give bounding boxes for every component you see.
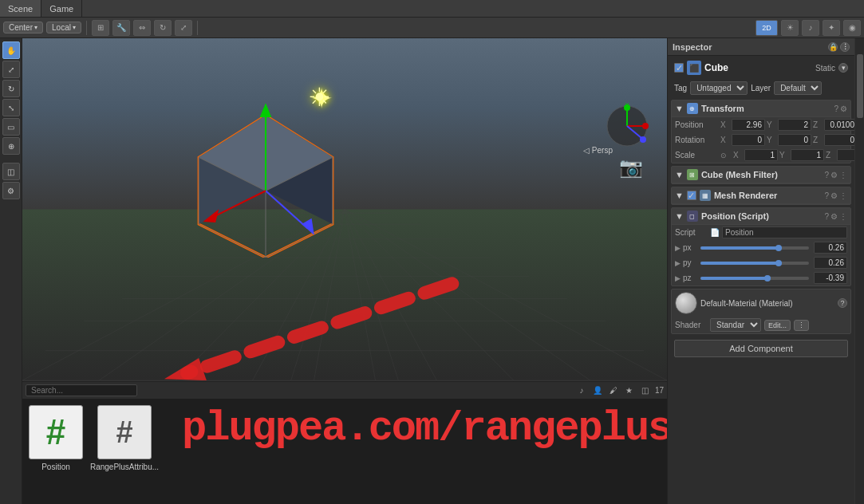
multi-tool[interactable]: ⊕ bbox=[2, 137, 20, 155]
py-value[interactable]: 0.26 bbox=[814, 257, 847, 269]
static-arrow[interactable]: ▾ bbox=[838, 63, 848, 73]
pz-arrow[interactable]: ▶ bbox=[675, 274, 681, 282]
mf-menu[interactable]: ⋮ bbox=[839, 171, 847, 179]
scrollbar-thumb[interactable] bbox=[857, 54, 863, 118]
mesh-filter-section: ▼ ⊞ Cube (Mesh Filter) ? ⚙ ⋮ bbox=[671, 166, 851, 184]
asset-rangeplusattribu[interactable]: # RangePlusAttribu... bbox=[93, 405, 156, 471]
pos-y-input[interactable] bbox=[778, 119, 811, 131]
py-arrow[interactable]: ▶ bbox=[675, 259, 681, 267]
script-value[interactable]: Position bbox=[722, 226, 847, 238]
shader-edit-btn[interactable]: Edit... bbox=[764, 320, 791, 331]
mr-settings[interactable]: ⚙ bbox=[830, 191, 838, 200]
py-slider[interactable] bbox=[700, 262, 809, 265]
scale-row: Scale ⊙ X Y Z bbox=[672, 148, 850, 163]
extra-tool[interactable]: ◫ bbox=[2, 163, 20, 180]
px-thumb bbox=[775, 245, 782, 251]
paint-icon[interactable]: 🖌 bbox=[607, 384, 620, 397]
material-info[interactable]: ? bbox=[838, 298, 847, 308]
shader-select[interactable]: Standar bbox=[710, 318, 761, 332]
transform-settings[interactable]: ⚙ bbox=[840, 104, 847, 113]
scale-xyz: ⊙ X Y Z bbox=[720, 149, 854, 161]
rotate-tool[interactable]: ↻ bbox=[2, 80, 20, 97]
scale-x-input[interactable] bbox=[744, 149, 778, 161]
ps-menu[interactable]: ⋮ bbox=[839, 212, 847, 221]
pos-script-header[interactable]: ▼ ◻ Position (Script) ? ⚙ ⋮ bbox=[672, 208, 850, 225]
rot-y-axis: Y bbox=[767, 136, 776, 144]
mf-settings[interactable]: ⚙ bbox=[830, 171, 838, 179]
snap-icon-btn[interactable]: 🔧 bbox=[112, 20, 130, 36]
mesh-filter-tools: ? ⚙ ⋮ bbox=[824, 171, 847, 179]
pos-z-input[interactable] bbox=[824, 119, 854, 131]
light-btn[interactable]: ☀ bbox=[781, 20, 799, 36]
grid-icon-btn[interactable]: ⊞ bbox=[92, 20, 109, 36]
mf-info[interactable]: ? bbox=[824, 171, 829, 179]
local-btn[interactable]: Local ▾ bbox=[46, 22, 81, 33]
rotation-xyz: X Y Z bbox=[720, 134, 854, 146]
rect-tool[interactable]: ▭ bbox=[2, 118, 20, 136]
layers-icon[interactable]: ◫ bbox=[639, 384, 652, 397]
object-enabled[interactable]: ✓ bbox=[674, 63, 684, 73]
audio-bottom-icon[interactable]: ♪ bbox=[575, 384, 588, 397]
rot-z-input[interactable] bbox=[824, 134, 854, 146]
pos-script-tools: ? ⚙ ⋮ bbox=[824, 212, 847, 221]
gizmo[interactable]: Y bbox=[603, 102, 651, 150]
object-name[interactable]: Cube bbox=[704, 62, 812, 73]
shader-dots-btn[interactable]: ⋮ bbox=[794, 320, 809, 331]
scale-snp-btn[interactable]: ⤢ bbox=[175, 20, 192, 36]
scrollbar[interactable] bbox=[854, 38, 864, 504]
mesh-renderer-tools: ? ⚙ ⋮ bbox=[824, 191, 847, 200]
person-icon[interactable]: 👤 bbox=[591, 384, 604, 397]
scale-y-input[interactable] bbox=[791, 149, 824, 161]
mr-menu[interactable]: ⋮ bbox=[839, 191, 847, 200]
mesh-filter-header[interactable]: ▼ ⊞ Cube (Mesh Filter) ? ⚙ ⋮ bbox=[672, 167, 850, 183]
ps-settings[interactable]: ⚙ bbox=[830, 212, 838, 221]
rot-x-input[interactable] bbox=[732, 134, 765, 146]
move-tool[interactable]: ⤢ bbox=[2, 61, 20, 78]
scale-z-axis: Z bbox=[826, 151, 835, 159]
rotate-snp-btn[interactable]: ↻ bbox=[154, 20, 172, 36]
inspector-menu[interactable]: ⋮ bbox=[840, 42, 850, 52]
ps-info[interactable]: ? bbox=[824, 212, 829, 221]
gizmo-btn[interactable]: ◉ bbox=[843, 20, 861, 36]
svg-line-36 bbox=[266, 224, 333, 258]
transform-info[interactable]: ? bbox=[834, 104, 838, 113]
center-btn[interactable]: Center ▾ bbox=[3, 22, 43, 33]
audio-btn[interactable]: ♪ bbox=[802, 20, 819, 36]
transform-header[interactable]: ▼ ⊕ Transform ? ⚙ bbox=[672, 100, 850, 117]
svg-marker-40 bbox=[302, 219, 314, 235]
scale-z-input[interactable] bbox=[837, 149, 854, 161]
game-tab-label: Game bbox=[49, 4, 73, 14]
script-row: Script 📄 Position bbox=[672, 225, 850, 240]
svg-line-35 bbox=[199, 224, 266, 258]
left-toolbar: ✋ ⤢ ↻ ⤡ ▭ ⊕ ◫ ⚙ bbox=[0, 38, 22, 504]
hand-tool[interactable]: ✋ bbox=[2, 41, 20, 59]
add-component-btn[interactable]: Add Component bbox=[674, 340, 848, 357]
px-arrow[interactable]: ▶ bbox=[675, 244, 681, 252]
mesh-renderer-enabled[interactable]: ✓ bbox=[687, 191, 696, 200]
pz-slider[interactable] bbox=[700, 277, 809, 280]
svg-text:Y: Y bbox=[625, 102, 629, 108]
sep2 bbox=[197, 21, 198, 35]
mesh-renderer-header[interactable]: ▼ ✓ ▦ Mesh Renderer ? ⚙ ⋮ bbox=[672, 187, 850, 204]
scene-tab[interactable]: Scene bbox=[0, 0, 41, 17]
layer-select[interactable]: Default bbox=[774, 81, 822, 95]
inspector-lock[interactable]: 🔒 bbox=[828, 42, 838, 52]
pos-x-input[interactable] bbox=[732, 119, 765, 131]
pos-script-name: Position (Script) bbox=[701, 211, 822, 221]
2d-btn[interactable]: 2D bbox=[756, 20, 778, 36]
star-icon[interactable]: ★ bbox=[623, 384, 636, 397]
px-slider[interactable] bbox=[700, 246, 809, 250]
px-value[interactable]: 0.26 bbox=[814, 242, 847, 254]
fx-btn[interactable]: ✦ bbox=[823, 20, 840, 36]
extra-tool2[interactable]: ⚙ bbox=[2, 182, 20, 199]
scale-tool[interactable]: ⤡ bbox=[2, 99, 20, 116]
move-snp-btn[interactable]: ⇔ bbox=[133, 20, 151, 36]
tag-select[interactable]: Untagged bbox=[690, 81, 748, 95]
mr-info[interactable]: ? bbox=[824, 191, 829, 200]
rot-y-input[interactable] bbox=[778, 134, 811, 146]
game-tab[interactable]: Game bbox=[41, 0, 82, 17]
search-input[interactable] bbox=[26, 384, 137, 396]
pz-value[interactable]: -0.39 bbox=[814, 272, 847, 284]
asset-position[interactable]: # Position bbox=[29, 405, 83, 471]
scene-view[interactable]: ✦ ☀ bbox=[22, 38, 667, 380]
